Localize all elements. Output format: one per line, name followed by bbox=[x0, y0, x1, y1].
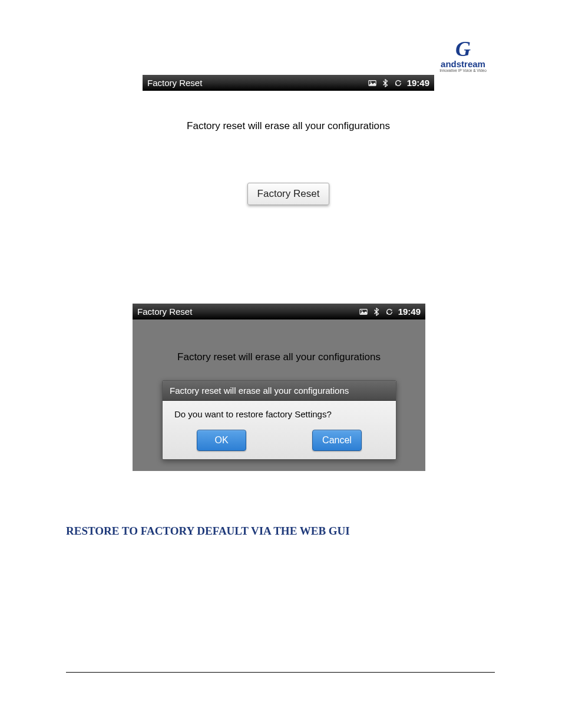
screenshot-factory-reset-dialog: Factory Reset 19:49 Factory reset will e… bbox=[133, 304, 425, 471]
statusbar-right-cluster: 19:49 bbox=[368, 78, 429, 88]
statusbar-right-cluster: 19:49 bbox=[359, 307, 421, 317]
bluetooth-icon bbox=[372, 308, 381, 316]
statusbar-time: 19:49 bbox=[407, 78, 429, 88]
cancel-button[interactable]: Cancel bbox=[312, 430, 362, 451]
background-warning-text: Factory reset will erase all your config… bbox=[133, 319, 425, 363]
screenshot2-body: Factory reset will erase all your config… bbox=[133, 319, 425, 471]
svg-point-1 bbox=[370, 81, 371, 83]
brand-logo: Gandstream Innovative IP Voice & Video bbox=[434, 34, 492, 73]
sync-icon bbox=[394, 79, 402, 87]
statusbar-title: Factory Reset bbox=[137, 307, 192, 317]
sync-icon bbox=[385, 308, 394, 316]
footer-separator bbox=[66, 672, 495, 673]
factory-reset-warning: Factory reset will erase all your config… bbox=[143, 120, 434, 132]
logo-g-letter: G bbox=[455, 37, 471, 61]
dialog-header: Factory reset will erase all your config… bbox=[163, 381, 396, 401]
logo-tagline: Innovative IP Voice & Video bbox=[434, 68, 492, 73]
dialog-button-row: OK Cancel bbox=[163, 424, 396, 459]
statusbar-title: Factory Reset bbox=[147, 78, 202, 88]
screenshot-factory-reset-main: Factory Reset 19:49 Factory reset will e… bbox=[143, 75, 434, 205]
section-heading-web-gui: RESTORE TO FACTORY DEFAULT VIA THE WEB G… bbox=[66, 525, 350, 538]
svg-point-3 bbox=[361, 310, 362, 311]
android-statusbar: Factory Reset 19:49 bbox=[133, 304, 425, 319]
screenshot1-body: Factory reset will erase all your config… bbox=[143, 91, 434, 205]
picture-icon bbox=[359, 308, 368, 316]
android-statusbar: Factory Reset 19:49 bbox=[143, 75, 434, 91]
ok-button[interactable]: OK bbox=[197, 430, 246, 451]
factory-reset-button[interactable]: Factory Reset bbox=[247, 183, 330, 205]
bluetooth-icon bbox=[381, 79, 389, 87]
dialog-body-text: Do you want to restore factory Settings? bbox=[163, 401, 396, 424]
picture-icon bbox=[368, 79, 376, 87]
confirm-dialog: Factory reset will erase all your config… bbox=[162, 380, 396, 460]
statusbar-time: 19:49 bbox=[398, 307, 421, 317]
